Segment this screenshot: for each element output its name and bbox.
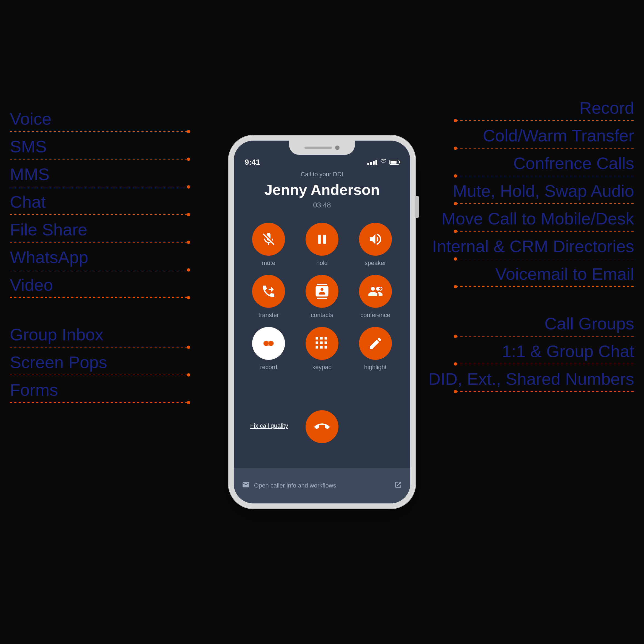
phone-body: 9:41 [229, 136, 415, 508]
phone-screen: 9:41 [234, 141, 410, 503]
right-divider-voicemail [456, 286, 634, 287]
bottom-bar-text: Open caller info and workflows [254, 482, 390, 489]
divider-forms [10, 402, 188, 403]
divider-voice [10, 131, 188, 132]
transfer-label: transfer [258, 312, 279, 319]
left-label-chat: Chat [10, 187, 188, 215]
right-label-move-call: Move Call to Mobile/Desk [428, 204, 634, 232]
right-label-conference: Confrence Calls [428, 149, 634, 176]
speaker-label: speaker [365, 260, 386, 267]
left-label-file-share: File Share [10, 215, 188, 243]
call-timer: 03:48 [234, 201, 410, 209]
divider-mms [10, 187, 188, 187]
left-label-voice: Voice [10, 104, 188, 132]
left-label-mms: MMS [10, 159, 188, 187]
status-bar: 9:41 [234, 155, 410, 170]
right-divider-group-chat [456, 364, 634, 364]
right-divider-did-ext [456, 391, 634, 392]
right-divider-cold-warm [456, 148, 634, 149]
divider-file-share [10, 242, 188, 243]
left-gap [10, 298, 188, 320]
highlight-button[interactable]: highlight [351, 327, 399, 371]
actions-grid: mute hold [234, 223, 410, 371]
transfer-button[interactable]: transfer [245, 275, 293, 319]
wifi-icon [380, 158, 387, 166]
record-label: record [260, 364, 277, 371]
left-label-forms: Forms [10, 375, 188, 403]
right-divider-mute-hold [456, 203, 634, 204]
call-subtitle: Call to your DDI [234, 171, 410, 178]
divider-chat [10, 214, 188, 215]
right-divider-conference [456, 176, 634, 176]
status-time: 9:41 [245, 158, 260, 167]
mute-button[interactable]: mute [245, 223, 293, 267]
right-label-call-groups: Call Groups [428, 309, 634, 337]
divider-screen-pops [10, 375, 188, 375]
highlight-circle[interactable] [359, 327, 392, 360]
hold-button[interactable]: hold [298, 223, 346, 267]
right-divider-record [456, 120, 634, 121]
external-link-icon[interactable] [394, 481, 402, 491]
mute-label: mute [262, 260, 275, 267]
transfer-circle[interactable] [252, 275, 285, 308]
record-button[interactable]: record [245, 327, 293, 371]
left-label-group-inbox: Group Inbox [10, 320, 188, 347]
right-label-mute-hold: Mute, Hold, Swap Audio [428, 176, 634, 204]
right-label-record: Record [428, 93, 634, 121]
divider-sms [10, 159, 188, 159]
right-label-internal-crm: Internal & CRM Directories [428, 232, 634, 259]
right-divider-call-groups [456, 336, 634, 337]
phone-notch [289, 141, 355, 155]
caller-info-icon [242, 481, 250, 491]
signal-bars-icon [367, 160, 377, 165]
contacts-label: contacts [311, 312, 333, 319]
end-call-button[interactable] [306, 410, 338, 443]
conference-circle[interactable] [359, 275, 392, 308]
keypad-label: keypad [312, 364, 332, 371]
conference-label: conference [360, 312, 390, 319]
right-label-cold-warm: Cold/Warm Transfer [428, 121, 634, 149]
contacts-button[interactable]: contacts [298, 275, 346, 319]
keypad-circle[interactable] [306, 327, 338, 360]
phone-mockup: 9:41 [229, 136, 415, 508]
keypad-button[interactable]: keypad [298, 327, 346, 371]
conference-button[interactable]: conference [351, 275, 399, 319]
speaker-button[interactable]: speaker [351, 223, 399, 267]
notch-dot [335, 146, 340, 150]
contacts-circle[interactable] [306, 275, 338, 308]
call-info: Call to your DDI Jenny Anderson 03:48 [234, 171, 410, 209]
divider-group-inbox [10, 347, 188, 347]
status-icons [367, 158, 399, 166]
right-gap [428, 287, 634, 309]
divider-video [10, 297, 188, 298]
right-label-group-chat: 1:1 & Group Chat [428, 337, 634, 364]
left-labels-container: Voice SMS MMS Chat File Share WhatsApp V… [10, 104, 188, 403]
fix-call-quality-link[interactable]: Fix call quality [250, 422, 288, 429]
right-labels-container: Record Cold/Warm Transfer Confrence Call… [428, 93, 634, 392]
highlight-label: highlight [364, 364, 387, 371]
battery-icon [389, 160, 399, 165]
hold-circle[interactable] [306, 223, 338, 256]
right-divider-internal-crm [456, 259, 634, 259]
caller-name: Jenny Anderson [234, 181, 410, 198]
speaker-circle[interactable] [359, 223, 392, 256]
left-label-video: Video [10, 270, 188, 298]
notch-line [304, 147, 332, 149]
divider-whatsapp [10, 270, 188, 270]
hold-label: hold [316, 260, 328, 267]
left-label-screen-pops: Screen Pops [10, 347, 188, 375]
right-label-voicemail: Voicemail to Email [428, 259, 634, 287]
left-label-whatsapp: WhatsApp [10, 243, 188, 270]
right-divider-move-call [456, 231, 634, 232]
mute-circle[interactable] [252, 223, 285, 256]
bottom-bar: Open caller info and workflows [234, 468, 410, 503]
right-label-did-ext: DID, Ext., Shared Numbers [428, 364, 634, 392]
record-circle[interactable] [252, 327, 285, 360]
left-label-sms: SMS [10, 132, 188, 159]
